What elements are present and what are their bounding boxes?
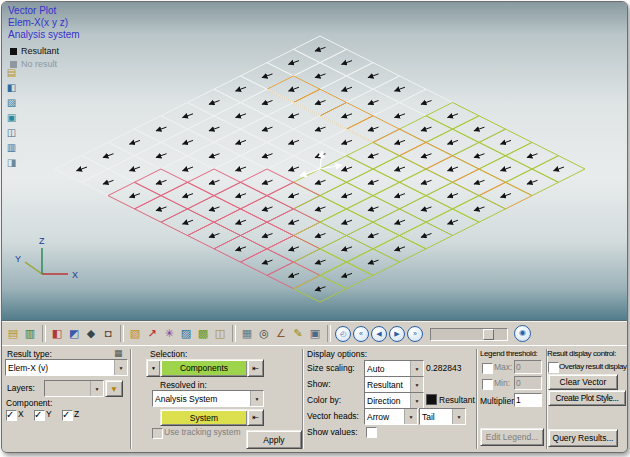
wireframe-cube-icon[interactable]: ◆ xyxy=(83,325,99,342)
system-collector-button[interactable]: System xyxy=(160,409,248,426)
color-by-select[interactable]: Direction ▼ xyxy=(364,392,424,409)
query-results-button[interactable]: Query Results... xyxy=(548,429,618,447)
svg-text:Z: Z xyxy=(39,236,45,246)
legend-min-label: Min: xyxy=(494,378,510,388)
toolbar-separator xyxy=(120,325,124,342)
components-collector-button[interactable]: Components xyxy=(160,359,248,377)
chevron-down-icon: ▼ xyxy=(114,360,127,375)
plot-result-type: Elem-X(x y z) xyxy=(8,17,80,29)
last-frame-icon[interactable]: » xyxy=(407,326,423,342)
show-label: Show: xyxy=(307,379,331,389)
size-scaling-value: 0.282843 xyxy=(426,363,461,373)
component-label: Component: xyxy=(6,398,52,408)
size-scaling-label: Size scaling: xyxy=(307,363,355,373)
resolved-in-select[interactable]: Analysis System ▼ xyxy=(152,390,264,407)
size-scaling-select[interactable]: Auto ▼ xyxy=(364,360,424,377)
iso-panel-icon[interactable]: ▩ xyxy=(195,325,211,342)
show-select[interactable]: Resultant ▼ xyxy=(364,376,424,393)
save-session-icon[interactable]: ▥ xyxy=(22,325,38,342)
overlay-result-checkbox[interactable] xyxy=(548,362,559,373)
graphics-viewport[interactable]: XYZ Vector Plot Elem-X(x y z) Analysis s… xyxy=(2,2,627,320)
edit-legend-button[interactable]: Edit Legend... xyxy=(480,428,544,446)
vector-heads-select[interactable]: Arrow ▼ xyxy=(364,408,418,425)
component-x-label: X xyxy=(18,409,24,419)
multiplier-label: Multiplier: xyxy=(480,396,516,406)
open-session-icon[interactable]: ▤ xyxy=(5,325,21,342)
notes-icon[interactable]: ▣ xyxy=(5,111,18,124)
datum-icon[interactable]: ▥ xyxy=(5,141,18,154)
contour-panel-icon[interactable]: ▧ xyxy=(127,325,143,342)
legend-label: No result xyxy=(21,59,57,69)
component-z-checkbox[interactable] xyxy=(62,410,73,421)
legend-swatch xyxy=(10,48,17,55)
tracking-panel-icon[interactable]: ◎ xyxy=(256,325,272,342)
legend-max-checkbox[interactable] xyxy=(482,363,493,374)
panel-divider xyxy=(302,349,304,449)
reverse-play-icon[interactable]: ◀ xyxy=(371,326,387,342)
camera-icon[interactable]: ◘ xyxy=(100,325,116,342)
apply-button[interactable]: Apply xyxy=(246,430,302,449)
chevron-down-icon: ▼ xyxy=(404,409,417,424)
result-type-select[interactable]: Elem-X (v) ▼ xyxy=(5,359,128,376)
chevron-down-icon: ▼ xyxy=(410,393,423,408)
play-icon[interactable]: ▶ xyxy=(389,326,405,342)
collector-reset-icon[interactable]: ⇤ xyxy=(247,359,264,377)
page-setup-icon[interactable]: ▤ xyxy=(5,66,18,79)
result-grid-icon[interactable]: ▦ xyxy=(114,348,123,358)
layer-filter-funnel-icon[interactable]: ▼ xyxy=(105,380,123,397)
animation-controls-icon[interactable]: ◉ xyxy=(514,325,531,342)
main-toolbar: ▤▥◧◩◆◘▧↗✳▨▩◫▦◎∠✎▣◴«◀▶» ◉ xyxy=(2,320,627,346)
animation-timer-icon[interactable]: ◴ xyxy=(335,326,351,342)
component-y-checkbox[interactable] xyxy=(34,410,45,421)
legend-min-checkbox[interactable] xyxy=(482,379,493,390)
model-view-icon[interactable]: ◧ xyxy=(49,325,65,342)
axis-icon[interactable]: ◫ xyxy=(5,126,18,139)
resultant-swatch-label: Resultant xyxy=(439,395,475,405)
tensor-panel-icon[interactable]: ✳ xyxy=(161,325,177,342)
overlay-result-label: Overlay result display xyxy=(559,362,627,371)
session-icon[interactable]: ◨ xyxy=(5,156,18,169)
first-frame-icon[interactable]: « xyxy=(353,326,369,342)
plot-window-icon[interactable]: ◧ xyxy=(5,81,18,94)
component-y-label: Y xyxy=(46,409,52,419)
plot-title: Vector Plot xyxy=(8,5,80,17)
panel-divider xyxy=(130,349,132,449)
legend-label: Resultant xyxy=(21,46,59,56)
legend-max-input[interactable] xyxy=(514,360,542,374)
legend-min-input[interactable] xyxy=(514,376,542,390)
component-x-checkbox[interactable] xyxy=(6,410,17,421)
clear-vector-button[interactable]: Clear Vector xyxy=(548,374,618,390)
chevron-down-icon: ▼ xyxy=(90,381,103,396)
selector-chevron-icon[interactable]: ▼ xyxy=(146,359,161,377)
toolbar-separator xyxy=(232,325,236,342)
vector-panel-icon[interactable]: ↗ xyxy=(144,325,160,342)
control-panel: Result type: ▦ Elem-X (v) ▼ Layers: ▼ ▼ … xyxy=(2,345,627,452)
notes-panel-icon[interactable]: ✎ xyxy=(290,325,306,342)
resultant-color-swatch[interactable] xyxy=(426,394,437,405)
svg-text:Y: Y xyxy=(15,254,21,264)
display-options-label: Display options: xyxy=(307,349,367,359)
vector-plot-canvas: XYZ xyxy=(2,2,625,320)
legend-max-label: Max: xyxy=(494,362,512,372)
legend-entry-resultant: Resultant xyxy=(10,46,59,56)
system-reset-icon[interactable]: ⇤ xyxy=(247,409,264,426)
vector-tails-select[interactable]: Tail ▼ xyxy=(419,408,466,425)
vector-heads-value: Arrow xyxy=(365,412,404,422)
animation-slider-thumb[interactable] xyxy=(483,329,494,340)
result-type-label: Result type: xyxy=(7,349,52,359)
chevron-down-icon: ▼ xyxy=(452,409,465,424)
layers-select[interactable]: ▼ xyxy=(44,380,104,397)
tracking-system-checkbox[interactable] xyxy=(152,428,163,439)
curves-icon[interactable]: ▨ xyxy=(5,96,18,109)
animation-slider[interactable] xyxy=(430,328,508,341)
deformed-panel-icon[interactable]: ▨ xyxy=(178,325,194,342)
image-capture-icon[interactable]: ▣ xyxy=(307,325,323,342)
measure-panel-icon[interactable]: ∠ xyxy=(273,325,289,342)
multiplier-input[interactable] xyxy=(514,393,542,407)
create-plot-style-button[interactable]: Create Plot Style... xyxy=(548,390,626,406)
shaded-cube-icon[interactable]: ◩ xyxy=(66,325,82,342)
show-values-checkbox[interactable] xyxy=(366,427,377,438)
plot-system: Analysis system xyxy=(8,29,80,41)
mask-panel-icon[interactable]: ▦ xyxy=(239,325,255,342)
section-cut-icon[interactable]: ◫ xyxy=(212,325,228,342)
